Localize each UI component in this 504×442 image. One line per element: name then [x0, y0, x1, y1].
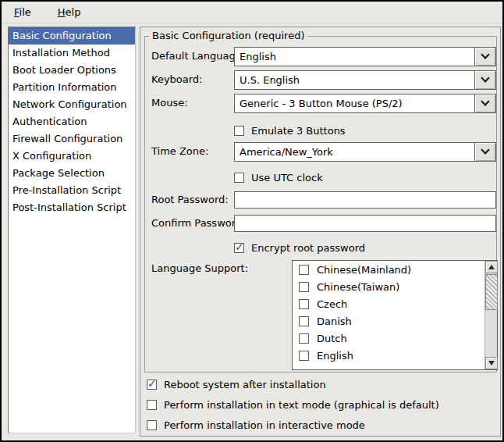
chevron-down-icon: [481, 97, 489, 105]
text-mode-install-checkbox[interactable]: [147, 400, 157, 410]
list-item[interactable]: Chinese(Mainland): [293, 262, 484, 280]
frame-title: Basic Configuration (required): [149, 30, 307, 41]
basic-configuration-panel: Basic Configuration (required) Default L…: [140, 27, 501, 437]
sidebar-item-pre-installation-script[interactable]: Pre-Installation Script: [9, 182, 135, 199]
mouse-combobox[interactable]: Generic - 3 Button Mouse (PS/2): [234, 94, 496, 113]
encrypt-password-label: Encrypt root password: [251, 242, 365, 254]
menu-help-label: elp: [66, 6, 81, 18]
keyboard-label: Keyboard:: [151, 73, 203, 85]
language-list-scrollbar[interactable]: [484, 261, 497, 369]
menu-bar: File Help: [2, 2, 502, 23]
confirm-password-field[interactable]: [234, 215, 496, 232]
language-checkbox-danish[interactable]: [299, 316, 309, 326]
emulate-3-buttons-row: Emulate 3 Buttons: [234, 124, 346, 137]
default-language-combobox[interactable]: English: [234, 47, 496, 66]
language-support-rows: Chinese(Mainland) Chinese(Taiwan) Czech …: [293, 262, 484, 365]
sidebar-item-authentication[interactable]: Authentication: [9, 113, 135, 130]
default-language-dropdown-button[interactable]: [474, 47, 496, 66]
basic-configuration-frame: Basic Configuration (required) Default L…: [144, 36, 497, 372]
chevron-down-icon: [481, 145, 489, 154]
sidebar-item-network-configuration[interactable]: Network Configuration: [9, 96, 135, 113]
check-icon: ✓: [235, 241, 244, 253]
confirm-password-label: Confirm Password:: [151, 217, 245, 229]
kickstart-configurator-window: File Help Basic Configuration Installati…: [0, 0, 504, 442]
language-checkbox-english[interactable]: [299, 351, 309, 361]
menu-help-mnemonic: H: [58, 6, 66, 18]
use-utc-label: Use UTC clock: [251, 172, 323, 184]
scroll-up-button[interactable]: [485, 261, 498, 273]
section-list: Basic Configuration Installation Method …: [8, 27, 136, 433]
mouse-value: Generic - 3 Button Mouse (PS/2): [234, 94, 474, 113]
language-support-label: Language Support:: [151, 262, 248, 274]
root-password-field[interactable]: [234, 191, 496, 209]
emulate-3-buttons-label: Emulate 3 Buttons: [251, 125, 346, 137]
sidebar-item-package-selection[interactable]: Package Selection: [9, 165, 135, 182]
triangle-down-icon: [488, 361, 495, 365]
sidebar-item-x-configuration[interactable]: X Configuration: [9, 148, 135, 165]
text-mode-install-row: Perform installation in text mode (graph…: [147, 398, 439, 411]
language-label: Danish: [317, 315, 352, 327]
language-label: Czech: [317, 298, 347, 310]
menu-file-label: ile: [20, 6, 31, 18]
use-utc-checkbox[interactable]: [234, 173, 244, 183]
language-checkbox-czech[interactable]: [299, 299, 309, 309]
mouse-label: Mouse:: [151, 97, 188, 109]
default-language-value: English: [234, 47, 474, 66]
language-label: Dutch: [317, 333, 347, 344]
sidebar-item-post-installation-script[interactable]: Post-Installation Script: [9, 199, 135, 216]
chevron-down-icon: [481, 50, 489, 59]
language-checkbox-chinese-taiwan[interactable]: [299, 282, 309, 292]
scroll-down-button[interactable]: [485, 357, 498, 369]
mouse-dropdown-button[interactable]: [474, 94, 496, 113]
list-item[interactable]: Dutch: [293, 331, 484, 348]
interactive-mode-install-row: Perform installation in interactive mode: [147, 419, 365, 431]
time-zone-dropdown-button[interactable]: [474, 142, 496, 162]
list-item[interactable]: Chinese(Taiwan): [293, 280, 484, 297]
language-checkbox-dutch[interactable]: [299, 333, 309, 344]
use-utc-row: Use UTC clock: [234, 171, 323, 184]
keyboard-dropdown-button[interactable]: [474, 70, 496, 90]
sidebar-item-firewall-configuration[interactable]: Firewall Configuration: [9, 130, 135, 148]
time-zone-value: America/New_York: [234, 142, 474, 162]
sidebar-item-boot-loader-options[interactable]: Boot Loader Options: [9, 62, 135, 79]
language-label: Chinese(Taiwan): [317, 281, 399, 293]
interactive-mode-install-checkbox[interactable]: [147, 420, 157, 430]
list-item[interactable]: Danish: [293, 314, 484, 331]
list-item[interactable]: Czech: [293, 297, 484, 314]
check-icon: ✓: [147, 377, 157, 390]
reboot-after-install-checkbox[interactable]: ✓: [147, 380, 157, 390]
encrypt-password-row: ✓ Encrypt root password: [234, 241, 365, 254]
emulate-3-buttons-checkbox[interactable]: [234, 126, 244, 136]
time-zone-label: Time Zone:: [151, 145, 208, 157]
reboot-after-install-row: ✓ Reboot system after installation: [147, 378, 326, 390]
language-support-list: Chinese(Mainland) Chinese(Taiwan) Czech …: [292, 260, 498, 370]
sidebar-item-basic-configuration[interactable]: Basic Configuration: [9, 27, 135, 45]
default-language-label: Default Language:: [151, 50, 245, 62]
triangle-up-icon: [488, 265, 495, 269]
reboot-after-install-label: Reboot system after installation: [164, 379, 326, 390]
language-checkbox-chinese-mainland[interactable]: [299, 265, 309, 275]
language-label: English: [317, 350, 353, 362]
scrollbar-thumb[interactable]: [485, 274, 498, 310]
menu-help[interactable]: Help: [55, 5, 84, 20]
language-label: Chinese(Mainland): [317, 264, 411, 276]
keyboard-combobox[interactable]: U.S. English: [234, 70, 496, 90]
encrypt-password-checkbox[interactable]: ✓: [234, 243, 244, 253]
sidebar-item-installation-method[interactable]: Installation Method: [9, 45, 135, 62]
chevron-down-icon: [481, 73, 489, 82]
root-password-label: Root Password:: [151, 194, 229, 205]
time-zone-combobox[interactable]: America/New_York: [234, 142, 496, 162]
menu-file[interactable]: File: [11, 5, 34, 20]
interactive-mode-install-label: Perform installation in interactive mode: [164, 419, 365, 431]
text-mode-install-label: Perform installation in text mode (graph…: [164, 399, 439, 411]
keyboard-value: U.S. English: [234, 70, 474, 90]
sidebar-item-partition-information[interactable]: Partition Information: [9, 79, 135, 96]
list-item[interactable]: English: [293, 348, 484, 365]
